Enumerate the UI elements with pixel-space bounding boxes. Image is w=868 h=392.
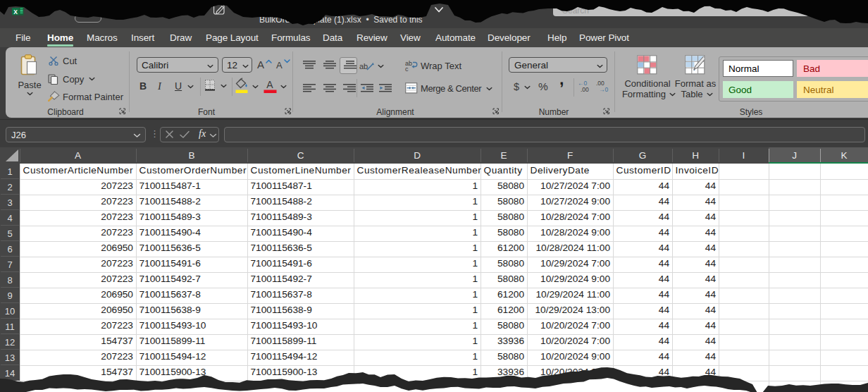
svg-text:.00: .00 (581, 86, 589, 92)
svg-text:c: c (405, 66, 409, 71)
svg-text:→0: →0 (599, 86, 609, 92)
svg-text:A: A (266, 79, 273, 90)
svg-text:ab: ab (359, 62, 368, 71)
